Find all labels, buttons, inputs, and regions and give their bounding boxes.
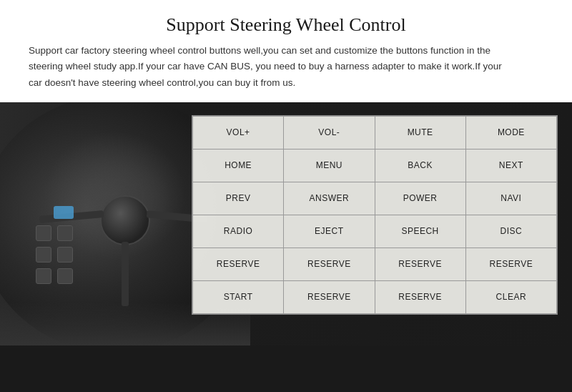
btn-4 <box>57 247 73 263</box>
btn-1 <box>36 225 51 241</box>
cell-r4-c1: RESERVE <box>284 248 375 280</box>
cell-r0-c3: MODE <box>465 116 556 149</box>
cell-r1-c2: BACK <box>375 149 465 182</box>
btn-5 <box>36 268 51 284</box>
btn-3 <box>36 247 51 263</box>
cell-r5-c0: START <box>193 280 284 313</box>
cell-r1-c1: MENU <box>284 149 375 182</box>
cell-r2-c1: ANSWER <box>284 182 375 215</box>
cell-r0-c1: VOL- <box>284 116 375 149</box>
table-row: PREVANSWERPOWERNAVI <box>193 182 557 215</box>
table-row: STARTRESERVERESERVECLEAR <box>193 280 557 313</box>
cell-r1-c3: NEXT <box>465 149 556 182</box>
btn-6 <box>57 268 73 284</box>
control-table-container: VOL+VOL-MUTEMODEHOMEMENUBACKNEXTPREVANSW… <box>192 115 558 315</box>
cell-r3-c2: SPEECH <box>375 215 465 248</box>
cell-r2-c0: PREV <box>193 182 284 215</box>
cell-r5-c1: RESERVE <box>284 280 375 313</box>
cell-r4-c0: RESERVE <box>193 248 284 280</box>
cell-r3-c1: EJECT <box>284 215 375 248</box>
table-row: RADIOEJECTSPEECHDISC <box>193 215 557 248</box>
cell-r2-c3: NAVI <box>465 182 556 215</box>
cell-r0-c2: MUTE <box>375 116 465 149</box>
description-text: Support car factory steering wheel contr… <box>29 43 515 91</box>
table-row: HOMEMENUBACKNEXT <box>193 149 557 182</box>
wheel-hub <box>100 195 150 245</box>
cell-r0-c0: VOL+ <box>193 116 284 149</box>
button-cluster <box>34 224 77 281</box>
table-row: VOL+VOL-MUTEMODE <box>193 116 557 149</box>
page-title: Support Steering Wheel Control <box>29 14 543 36</box>
cell-r1-c0: HOME <box>193 149 284 182</box>
top-section: Support Steering Wheel Control Support c… <box>0 0 572 102</box>
spoke-bottom <box>122 242 129 306</box>
cell-r5-c2: RESERVE <box>375 280 465 313</box>
cell-r4-c2: RESERVE <box>375 248 465 280</box>
table-row: RESERVERESERVERESERVERESERVE <box>193 248 557 280</box>
cell-r4-c3: RESERVE <box>465 248 556 280</box>
blue-indicator <box>54 206 74 219</box>
cell-r3-c3: DISC <box>465 215 556 248</box>
bottom-section: VOL+VOL-MUTEMODEHOMEMENUBACKNEXTPREVANSW… <box>0 102 572 346</box>
btn-2 <box>57 225 73 241</box>
cell-r2-c2: POWER <box>375 182 465 215</box>
cell-r3-c0: RADIO <box>193 215 284 248</box>
control-table: VOL+VOL-MUTEMODEHOMEMENUBACKNEXTPREVANSW… <box>192 116 557 314</box>
cell-r5-c3: CLEAR <box>465 280 556 313</box>
